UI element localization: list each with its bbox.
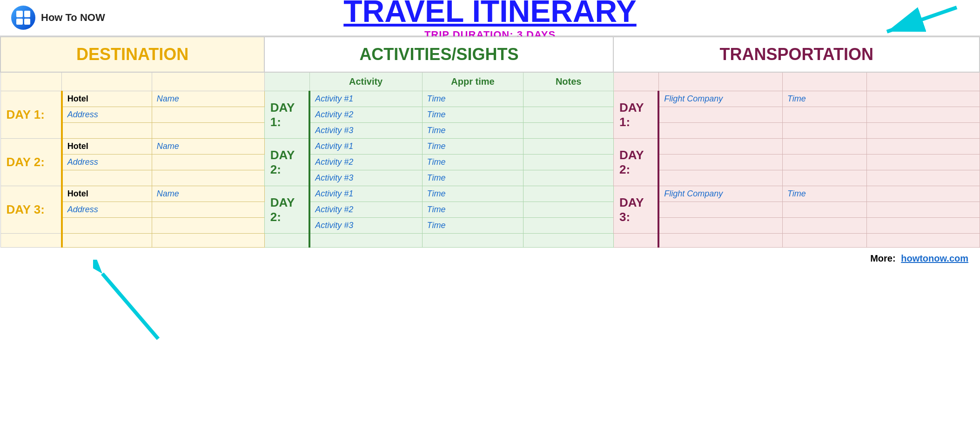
day1-hotel-label: Hotel xyxy=(67,94,88,103)
table-row: Address Activity #2 Time xyxy=(0,155,980,170)
day1-act1-time: Time xyxy=(427,94,446,103)
day1-act-label: DAY 1: xyxy=(270,101,295,129)
subheader-activity: Activity xyxy=(309,72,422,91)
day2-trans-label: DAY 2: xyxy=(619,148,644,176)
day1-act2-time: Time xyxy=(427,110,446,119)
arrow-bottom-left xyxy=(93,260,168,345)
day3-hotel-name: Name xyxy=(157,189,179,198)
day3-act3-time: Time xyxy=(427,221,446,230)
table-row xyxy=(0,234,980,248)
day3-address-label: Address xyxy=(67,205,98,214)
day3-act1-time: Time xyxy=(427,189,446,198)
page-title: TRAVEL ITINERARY xyxy=(343,0,636,28)
table-row: DAY 1: Hotel Name DAY 1: Activity #1 xyxy=(0,91,980,107)
day1-flight-company: Flight Company xyxy=(664,94,723,103)
day2-dest-label: DAY 2: xyxy=(7,155,45,169)
day3-dest-label: DAY 3: xyxy=(7,202,45,216)
day3-hotel-label: Hotel xyxy=(67,189,88,198)
table-row: Activity #3 Time xyxy=(0,218,980,234)
day2-address-label: Address xyxy=(67,157,98,167)
day2-act-label: DAY 2: xyxy=(270,148,295,176)
day2-hotel-label: Hotel xyxy=(67,141,88,151)
day3-flight-company: Flight Company xyxy=(664,189,723,198)
footer-more-label: More: xyxy=(870,253,895,263)
day3-act3-name: Activity #3 xyxy=(315,221,353,230)
day2-act3-time: Time xyxy=(427,173,446,182)
day2-hotel-name: Name xyxy=(157,141,179,151)
table-row: Activity #3 Time xyxy=(0,123,980,139)
day3-act1-name: Activity #1 xyxy=(315,189,353,198)
day2-act2-name: Activity #2 xyxy=(315,157,353,167)
table-row: DAY 2: Hotel Name DAY 2: Activity #1 xyxy=(0,139,980,155)
day2-act1-name: Activity #1 xyxy=(315,141,353,151)
day1-trans-label: DAY 1: xyxy=(619,101,644,129)
day1-dest-label: DAY 1: xyxy=(7,108,45,121)
day1-act1-name: Activity #1 xyxy=(315,94,353,103)
subheader-notes: Notes xyxy=(524,72,614,91)
day3-trans-label: DAY 3: xyxy=(619,195,644,224)
table-row: DAY 3: Hotel Name DAY 2: Activity #1 xyxy=(0,186,980,202)
table-row: Activity #3 Time xyxy=(0,170,980,186)
day1-act2-name: Activity #2 xyxy=(315,110,353,119)
section-header-activities: ACTIVITIES/SIGHTS xyxy=(264,37,613,72)
day1-hotel-name: Name xyxy=(157,94,179,103)
logo-text: How To NOW xyxy=(41,12,105,24)
day1-flight-time: Time xyxy=(787,94,806,103)
day1-act3-time: Time xyxy=(427,126,446,135)
day2-act3-name: Activity #3 xyxy=(315,173,353,182)
logo-container: How To NOW xyxy=(11,6,105,30)
logo-icon xyxy=(11,6,35,30)
svg-line-3 xyxy=(102,274,158,339)
day3-act2-time: Time xyxy=(427,205,446,214)
day3-act-label: DAY 2: xyxy=(270,195,295,224)
table-row: Address Activity #2 Time xyxy=(0,107,980,123)
day1-address-label: Address xyxy=(67,110,98,119)
day3-flight-time: Time xyxy=(787,189,806,198)
day2-act2-time: Time xyxy=(427,157,446,167)
section-header-destination: DESTINATION xyxy=(0,37,264,72)
day3-act2-name: Activity #2 xyxy=(315,205,353,214)
svg-line-1 xyxy=(887,7,957,32)
footer-link[interactable]: howtonow.com xyxy=(901,253,968,263)
subheader-appr-time: Appr time xyxy=(422,72,524,91)
day2-act1-time: Time xyxy=(427,141,446,151)
table-row: Address Activity #2 Time xyxy=(0,202,980,218)
day1-act3-name: Activity #3 xyxy=(315,126,353,135)
section-header-transportation: TRANSPORTATION xyxy=(613,37,980,72)
